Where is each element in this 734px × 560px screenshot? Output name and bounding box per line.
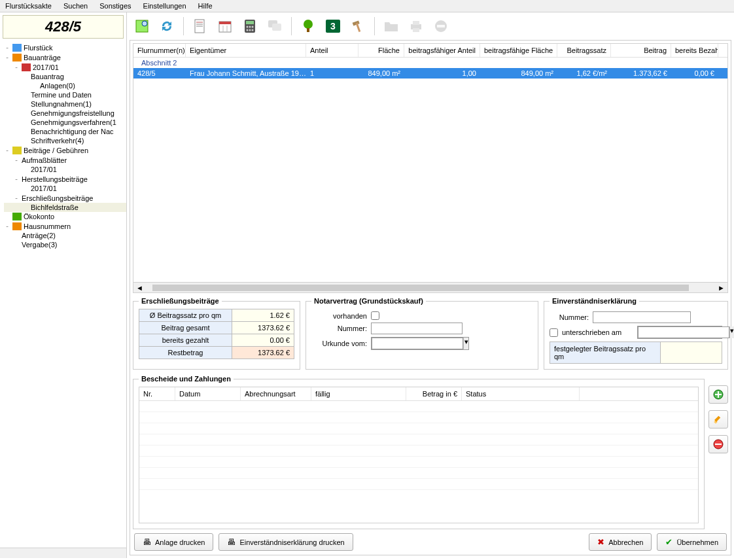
tb-disable-icon[interactable]	[430, 15, 452, 37]
legend-notar: Notarvertrag (Grundstückskauf)	[311, 297, 426, 305]
tree-label: Schriftverkehr(4)	[31, 137, 84, 145]
tree-node[interactable]: -Flurstück	[4, 43, 126, 52]
tree-node[interactable]: -Beiträge / Gebühren	[4, 145, 126, 155]
date-unterschrieben[interactable]: ▾	[637, 326, 722, 339]
tb-number3-icon[interactable]: 3	[322, 15, 344, 37]
tree-label: Ökokonto	[24, 213, 54, 220]
tree-node[interactable]: -Hausnummern	[4, 221, 126, 231]
print-anlage-button[interactable]: 🖶Anlage drucken	[134, 533, 213, 551]
tree-label: Termine und Daten	[31, 91, 92, 99]
summary-value: 1.62 €	[232, 309, 294, 322]
tree-label: Stellungnahmen(1)	[31, 100, 92, 108]
print-icon: 🖶	[227, 537, 236, 547]
tree-label: Benachrichtigung der Nac	[31, 128, 114, 135]
tree-node[interactable]: Anträge(2)	[4, 231, 126, 240]
calendar-dropdown-icon[interactable]: ▾	[463, 338, 468, 349]
tree-node[interactable]: Bichlfeldstraße	[4, 203, 126, 212]
apply-button[interactable]: ✔Übernehmen	[657, 533, 727, 551]
menu-hilfe[interactable]: Hilfe	[198, 2, 213, 10]
payments-grid[interactable]: Nr. Datum Abrechnungsart fällig Betrag i…	[139, 387, 699, 523]
svg-text:3: 3	[330, 21, 336, 31]
tree-label: Beiträge / Gebühren	[24, 147, 88, 154]
label-fixed-rate: festgelegter Beitragssatz pro qm	[550, 341, 661, 364]
tree-label: Bichlfeldstraße	[31, 203, 79, 211]
tree-node[interactable]: 2017/01	[4, 165, 126, 174]
ok-icon: ✔	[665, 537, 673, 547]
date-urkunde[interactable]: ▾	[371, 337, 469, 350]
grid-row[interactable]: 428/5 Frau Johann Schmitt, Austraße 19… …	[133, 68, 727, 79]
tb-calendar-icon[interactable]	[214, 15, 236, 37]
cancel-button[interactable]: ✖Abbrechen	[589, 533, 652, 551]
delete-button[interactable]	[708, 435, 728, 453]
payments-grid-header: Nr. Datum Abrechnungsart fällig Betrag i…	[139, 387, 698, 401]
svg-rect-27	[413, 21, 419, 25]
grid-group[interactable]: Abschnitt 2	[133, 58, 727, 68]
label-einv-nummer: Nummer:	[550, 313, 589, 321]
tree-label: Genehmigungsfreistellung	[31, 109, 114, 117]
print-einverstaendnis-button[interactable]: 🖶Einverständniserklärung drucken	[218, 533, 353, 551]
menu-sonstiges[interactable]: Sonstiges	[99, 2, 131, 10]
tb-calculator-icon[interactable]	[239, 15, 261, 37]
tb-tree-icon[interactable]	[297, 15, 319, 37]
sidebar: 428/5 -Flurstück-Bauanträge-2017/01Bauan…	[0, 12, 127, 558]
svg-point-12	[247, 26, 249, 28]
yellow-icon	[12, 147, 22, 154]
checkbox-vorhanden[interactable]	[371, 311, 379, 320]
label-urkunde: Urkunde vom:	[311, 340, 367, 347]
legend-einv: Einverständniserklärung	[550, 297, 639, 305]
tree-node[interactable]: Ökokonto	[4, 212, 126, 221]
tree-node[interactable]: Stellungnahmen(1)	[4, 99, 126, 109]
tree-label: Flurstück	[24, 44, 53, 52]
tree-node[interactable]: Anlagen(0)	[4, 81, 126, 90]
svg-point-1	[142, 21, 147, 26]
tree-node[interactable]: -Erschließungsbeiträge	[4, 193, 126, 203]
tree-node[interactable]: Genehmigungsverfahren(1	[4, 118, 126, 127]
summary-value: 1373.62 €	[232, 347, 294, 359]
tree-node[interactable]: Genehmigungsfreistellung	[4, 109, 126, 118]
tb-doc-icon[interactable]	[189, 15, 211, 37]
tree-label: Erschließungsbeiträge	[22, 194, 93, 202]
tree-node[interactable]: -Herstellungsbeiträge	[4, 174, 126, 184]
red-icon	[22, 63, 31, 71]
tree-node[interactable]: Bauantrag	[4, 72, 126, 81]
grid-hscroll[interactable]: ◄►	[133, 282, 727, 292]
menu-suchen[interactable]: Suchen	[63, 2, 88, 10]
tb-folder-icon[interactable]	[380, 15, 402, 37]
legend-bescheide: Bescheide und Zahlungen	[139, 375, 234, 383]
menu-flurstuecksakte[interactable]: Flurstücksakte	[5, 2, 52, 10]
checkbox-unterschrieben[interactable]	[550, 328, 558, 337]
edit-button[interactable]	[708, 410, 728, 429]
sidebar-hscroll[interactable]	[0, 548, 126, 558]
summary-value: 1373.62 €	[232, 322, 294, 334]
nav-tree[interactable]: -Flurstück-Bauanträge-2017/01BauantragAn…	[0, 41, 126, 548]
svg-point-16	[249, 29, 251, 31]
legend-erschliessung: Erschließungsbeiträge	[139, 297, 222, 305]
add-button[interactable]	[708, 385, 728, 404]
svg-rect-30	[437, 25, 445, 27]
tb-refresh-icon[interactable]	[156, 15, 178, 37]
svg-rect-7	[219, 22, 231, 24]
tree-node[interactable]: Schriftverkehr(4)	[4, 136, 126, 145]
tree-node[interactable]: Vergabe(3)	[4, 240, 126, 249]
tree-node[interactable]: -Aufmaßblätter	[4, 155, 126, 165]
tb-chat-icon[interactable]	[264, 15, 286, 37]
tree-label: Anlagen(0)	[40, 82, 75, 90]
tb-hammer-icon[interactable]	[347, 15, 369, 37]
contributions-grid[interactable]: Flurnummer(n) Eigentümer Anteil Fläche b…	[133, 43, 728, 293]
summary-label: Beitrag gesamt	[139, 322, 232, 334]
tree-node[interactable]: Termine und Daten	[4, 90, 126, 99]
blue-icon	[12, 44, 22, 52]
calendar-dropdown-icon[interactable]: ▾	[729, 326, 734, 338]
menubar: Flurstücksakte Suchen Sonstiges Einstell…	[0, 0, 734, 12]
input-einv-nummer[interactable]	[593, 311, 691, 323]
toolbar: 3	[130, 15, 731, 40]
tb-map-icon[interactable]	[131, 15, 153, 37]
tb-print-icon[interactable]	[405, 15, 427, 37]
tree-node[interactable]: 2017/01	[4, 184, 126, 193]
menu-einstellungen[interactable]: Einstellungen	[143, 2, 186, 10]
tree-node[interactable]: -2017/01	[4, 62, 126, 72]
svg-point-17	[252, 29, 254, 31]
tree-node[interactable]: Benachrichtigung der Nac	[4, 127, 126, 136]
input-notar-nummer[interactable]	[371, 323, 463, 334]
tree-node[interactable]: -Bauanträge	[4, 52, 126, 62]
